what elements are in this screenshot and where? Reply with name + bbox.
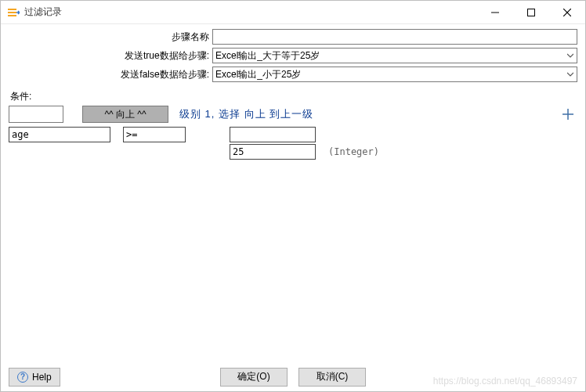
level-text: 级别 1, 选择 向上 到上一级 — [179, 107, 313, 121]
svg-rect-0 — [8, 9, 16, 10]
cancel-button[interactable]: 取消(C) — [298, 368, 366, 387]
condition-root-box[interactable] — [9, 106, 63, 123]
svg-rect-2 — [8, 15, 16, 16]
close-button[interactable] — [549, 1, 585, 24]
add-condition-button[interactable] — [559, 105, 577, 124]
chevron-down-icon — [567, 52, 573, 59]
condition-type-label: (Integer) — [328, 146, 379, 157]
window-title: 过滤记录 — [24, 5, 477, 19]
send-false-combo[interactable] — [212, 67, 577, 82]
chevron-down-icon — [567, 71, 573, 77]
condition-value-input-1[interactable] — [230, 127, 316, 142]
app-icon — [7, 6, 20, 19]
footer: ? Help 确定(O) 取消(C) — [1, 365, 585, 391]
help-label: Help — [32, 372, 52, 383]
ok-button[interactable]: 确定(O) — [220, 368, 288, 387]
svg-rect-4 — [528, 9, 535, 16]
title-bar: 过滤记录 — [1, 1, 585, 24]
send-true-label: 发送true数据给步骤: — [9, 49, 212, 63]
help-icon: ? — [17, 372, 28, 383]
condition-operator-input[interactable] — [123, 127, 186, 142]
send-false-label: 发送false数据给步骤: — [9, 68, 212, 81]
help-button[interactable]: ? Help — [9, 368, 60, 387]
condition-field-input[interactable] — [9, 127, 110, 142]
send-true-combo[interactable] — [212, 48, 577, 63]
minimize-button[interactable] — [477, 1, 513, 24]
send-true-dropdown-button[interactable] — [564, 49, 577, 63]
send-false-dropdown-button[interactable] — [564, 67, 577, 81]
step-name-input[interactable] — [212, 29, 577, 45]
plus-icon — [562, 108, 574, 120]
condition-value-input-2[interactable] — [230, 144, 316, 160]
conditions-label: 条件: — [1, 88, 585, 105]
step-name-label: 步骤名称 — [9, 31, 212, 44]
maximize-button[interactable] — [513, 1, 549, 24]
navigate-up-button[interactable]: ^^ 向上 ^^ — [82, 106, 168, 123]
svg-rect-1 — [8, 12, 16, 13]
